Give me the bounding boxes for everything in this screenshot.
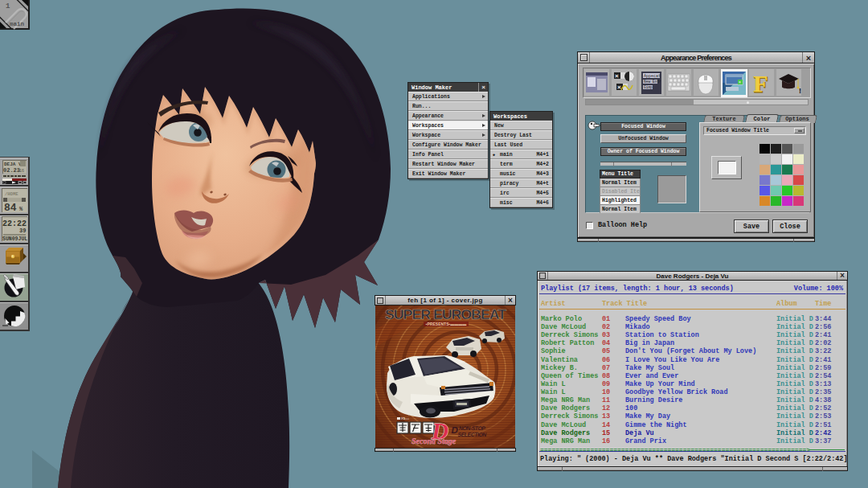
svg-text:NON-STOP: NON-STOP (459, 426, 487, 432)
svg-text:×: × (615, 72, 619, 80)
svg-text:Second Stage: Second Stage (411, 437, 457, 445)
svg-text:×: × (739, 80, 741, 84)
svg-text:F: F (753, 70, 768, 96)
svg-text:SUPER EUROBEAT: SUPER EUROBEAT (385, 307, 507, 322)
svg-text:/HOME: /HOME (5, 191, 18, 197)
svg-text:SELECTION: SELECTION (457, 432, 487, 437)
svg-text:▪PRESENTS▪▬▬▬▬: ▪PRESENTS▪▬▬▬▬ (426, 322, 467, 326)
svg-text:16: 16 (19, 169, 24, 174)
svg-text:84: 84 (4, 202, 17, 214)
svg-text:DEJA V: DEJA V (4, 162, 22, 167)
svg-text:×: × (617, 84, 621, 91)
svg-text:02.23: 02.23 (3, 167, 20, 174)
svg-text:Gimp: Gimp (644, 85, 653, 89)
svg-text:New Entr: New Entr (644, 80, 661, 84)
svg-text:39: 39 (19, 228, 26, 234)
svg-text:1: 1 (6, 2, 10, 10)
svg-text:Appecat: Appecat (644, 74, 661, 79)
svg-text:!: ! (799, 87, 801, 95)
svg-text:SUN09JUL: SUN09JUL (2, 236, 27, 242)
svg-text:УЗ⌂⌂: УЗ⌂⌂ (401, 416, 409, 420)
svg-text:main: main (10, 21, 25, 27)
